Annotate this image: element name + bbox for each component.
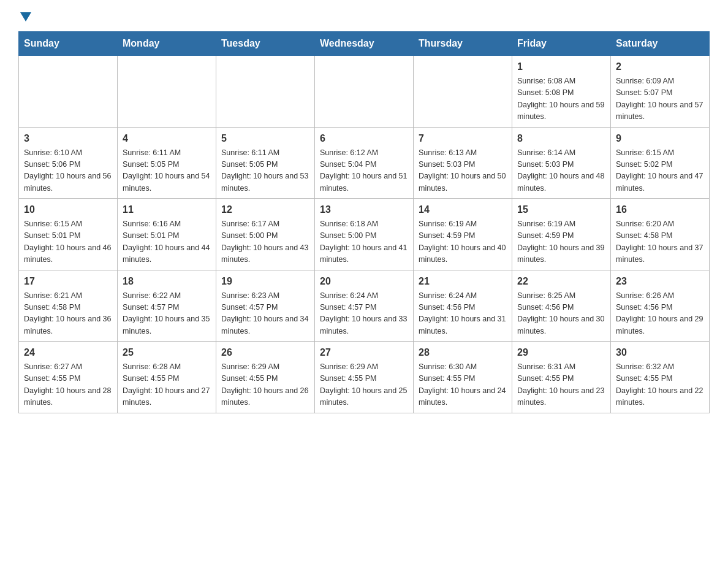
- table-row: 10Sunrise: 6:15 AM Sunset: 5:01 PM Dayli…: [19, 199, 118, 270]
- day-info: Sunrise: 6:11 AM Sunset: 5:05 PM Dayligh…: [123, 147, 211, 195]
- day-info: Sunrise: 6:26 AM Sunset: 4:56 PM Dayligh…: [616, 290, 704, 338]
- table-row: 15Sunrise: 6:19 AM Sunset: 4:59 PM Dayli…: [512, 199, 611, 270]
- day-info: Sunrise: 6:24 AM Sunset: 4:56 PM Dayligh…: [419, 290, 507, 338]
- day-number: 18: [123, 274, 211, 289]
- day-number: 25: [123, 345, 211, 360]
- day-info: Sunrise: 6:14 AM Sunset: 5:03 PM Dayligh…: [517, 147, 605, 195]
- table-row: 13Sunrise: 6:18 AM Sunset: 5:00 PM Dayli…: [315, 199, 414, 270]
- table-row: 9Sunrise: 6:15 AM Sunset: 5:02 PM Daylig…: [611, 127, 710, 199]
- header-sunday: Sunday: [19, 32, 118, 56]
- table-row: 19Sunrise: 6:23 AM Sunset: 4:57 PM Dayli…: [216, 270, 315, 342]
- weekday-header-row: Sunday Monday Tuesday Wednesday Thursday…: [19, 32, 710, 56]
- day-number: 6: [320, 131, 408, 146]
- day-info: Sunrise: 6:32 AM Sunset: 4:55 PM Dayligh…: [616, 361, 704, 409]
- table-row: 2Sunrise: 6:09 AM Sunset: 5:07 PM Daylig…: [611, 56, 710, 128]
- table-row: [19, 56, 118, 128]
- page-header: [18, 12, 710, 19]
- table-row: 20Sunrise: 6:24 AM Sunset: 4:57 PM Dayli…: [315, 270, 414, 342]
- day-number: 29: [517, 345, 605, 360]
- day-number: 16: [616, 202, 704, 217]
- calendar-table: Sunday Monday Tuesday Wednesday Thursday…: [18, 31, 710, 413]
- calendar-week-row: 1Sunrise: 6:08 AM Sunset: 5:08 PM Daylig…: [19, 56, 710, 128]
- day-info: Sunrise: 6:17 AM Sunset: 5:00 PM Dayligh…: [221, 218, 309, 266]
- calendar-week-row: 24Sunrise: 6:27 AM Sunset: 4:55 PM Dayli…: [19, 342, 710, 413]
- day-info: Sunrise: 6:19 AM Sunset: 4:59 PM Dayligh…: [419, 218, 507, 266]
- table-row: [216, 56, 315, 128]
- table-row: 5Sunrise: 6:11 AM Sunset: 5:05 PM Daylig…: [216, 127, 315, 199]
- table-row: 27Sunrise: 6:29 AM Sunset: 4:55 PM Dayli…: [315, 342, 414, 413]
- day-info: Sunrise: 6:16 AM Sunset: 5:01 PM Dayligh…: [123, 218, 211, 266]
- day-number: 14: [419, 202, 507, 217]
- day-info: Sunrise: 6:23 AM Sunset: 4:57 PM Dayligh…: [221, 290, 309, 338]
- day-info: Sunrise: 6:28 AM Sunset: 4:55 PM Dayligh…: [123, 361, 211, 409]
- day-info: Sunrise: 6:09 AM Sunset: 5:07 PM Dayligh…: [616, 75, 704, 123]
- table-row: 22Sunrise: 6:25 AM Sunset: 4:56 PM Dayli…: [512, 270, 611, 342]
- table-row: 16Sunrise: 6:20 AM Sunset: 4:58 PM Dayli…: [611, 199, 710, 270]
- day-info: Sunrise: 6:29 AM Sunset: 4:55 PM Dayligh…: [320, 361, 408, 409]
- day-info: Sunrise: 6:12 AM Sunset: 5:04 PM Dayligh…: [320, 147, 408, 195]
- day-number: 22: [517, 274, 605, 289]
- table-row: 26Sunrise: 6:29 AM Sunset: 4:55 PM Dayli…: [216, 342, 315, 413]
- day-number: 1: [517, 59, 605, 74]
- table-row: 28Sunrise: 6:30 AM Sunset: 4:55 PM Dayli…: [414, 342, 512, 413]
- header-wednesday: Wednesday: [315, 32, 414, 56]
- logo-line1: [18, 12, 31, 23]
- day-number: 11: [123, 202, 211, 217]
- day-info: Sunrise: 6:21 AM Sunset: 4:58 PM Dayligh…: [24, 290, 112, 338]
- day-number: 28: [419, 345, 507, 360]
- table-row: 14Sunrise: 6:19 AM Sunset: 4:59 PM Dayli…: [414, 199, 512, 270]
- day-number: 23: [616, 274, 704, 289]
- logo: [18, 12, 31, 19]
- day-number: 20: [320, 274, 408, 289]
- table-row: [414, 56, 512, 128]
- day-info: Sunrise: 6:15 AM Sunset: 5:01 PM Dayligh…: [24, 218, 112, 266]
- day-number: 19: [221, 274, 309, 289]
- table-row: 29Sunrise: 6:31 AM Sunset: 4:55 PM Dayli…: [512, 342, 611, 413]
- table-row: 25Sunrise: 6:28 AM Sunset: 4:55 PM Dayli…: [118, 342, 216, 413]
- table-row: 1Sunrise: 6:08 AM Sunset: 5:08 PM Daylig…: [512, 56, 611, 128]
- day-info: Sunrise: 6:20 AM Sunset: 4:58 PM Dayligh…: [616, 218, 704, 266]
- day-info: Sunrise: 6:29 AM Sunset: 4:55 PM Dayligh…: [221, 361, 309, 409]
- day-number: 30: [616, 345, 704, 360]
- day-info: Sunrise: 6:19 AM Sunset: 4:59 PM Dayligh…: [517, 218, 605, 266]
- day-info: Sunrise: 6:13 AM Sunset: 5:03 PM Dayligh…: [419, 147, 507, 195]
- table-row: 3Sunrise: 6:10 AM Sunset: 5:06 PM Daylig…: [19, 127, 118, 199]
- table-row: 18Sunrise: 6:22 AM Sunset: 4:57 PM Dayli…: [118, 270, 216, 342]
- day-number: 26: [221, 345, 309, 360]
- day-number: 17: [24, 274, 112, 289]
- day-number: 4: [123, 131, 211, 146]
- day-info: Sunrise: 6:22 AM Sunset: 4:57 PM Dayligh…: [123, 290, 211, 338]
- table-row: 17Sunrise: 6:21 AM Sunset: 4:58 PM Dayli…: [19, 270, 118, 342]
- day-info: Sunrise: 6:10 AM Sunset: 5:06 PM Dayligh…: [24, 147, 112, 195]
- day-info: Sunrise: 6:11 AM Sunset: 5:05 PM Dayligh…: [221, 147, 309, 195]
- table-row: 30Sunrise: 6:32 AM Sunset: 4:55 PM Dayli…: [611, 342, 710, 413]
- calendar-week-row: 17Sunrise: 6:21 AM Sunset: 4:58 PM Dayli…: [19, 270, 710, 342]
- header-thursday: Thursday: [414, 32, 512, 56]
- logo-triangle-icon: [20, 12, 31, 21]
- table-row: 7Sunrise: 6:13 AM Sunset: 5:03 PM Daylig…: [414, 127, 512, 199]
- table-row: [315, 56, 414, 128]
- table-row: 23Sunrise: 6:26 AM Sunset: 4:56 PM Dayli…: [611, 270, 710, 342]
- header-tuesday: Tuesday: [216, 32, 315, 56]
- table-row: [118, 56, 216, 128]
- table-row: 12Sunrise: 6:17 AM Sunset: 5:00 PM Dayli…: [216, 199, 315, 270]
- day-info: Sunrise: 6:08 AM Sunset: 5:08 PM Dayligh…: [517, 75, 605, 123]
- table-row: 11Sunrise: 6:16 AM Sunset: 5:01 PM Dayli…: [118, 199, 216, 270]
- day-number: 9: [616, 131, 704, 146]
- day-number: 10: [24, 202, 112, 217]
- day-info: Sunrise: 6:24 AM Sunset: 4:57 PM Dayligh…: [320, 290, 408, 338]
- table-row: 6Sunrise: 6:12 AM Sunset: 5:04 PM Daylig…: [315, 127, 414, 199]
- day-number: 15: [517, 202, 605, 217]
- header-saturday: Saturday: [611, 32, 710, 56]
- day-info: Sunrise: 6:30 AM Sunset: 4:55 PM Dayligh…: [419, 361, 507, 409]
- day-info: Sunrise: 6:31 AM Sunset: 4:55 PM Dayligh…: [517, 361, 605, 409]
- day-number: 5: [221, 131, 309, 146]
- table-row: 24Sunrise: 6:27 AM Sunset: 4:55 PM Dayli…: [19, 342, 118, 413]
- day-number: 13: [320, 202, 408, 217]
- table-row: 8Sunrise: 6:14 AM Sunset: 5:03 PM Daylig…: [512, 127, 611, 199]
- calendar-week-row: 10Sunrise: 6:15 AM Sunset: 5:01 PM Dayli…: [19, 199, 710, 270]
- day-number: 8: [517, 131, 605, 146]
- table-row: 4Sunrise: 6:11 AM Sunset: 5:05 PM Daylig…: [118, 127, 216, 199]
- day-number: 7: [419, 131, 507, 146]
- day-number: 27: [320, 345, 408, 360]
